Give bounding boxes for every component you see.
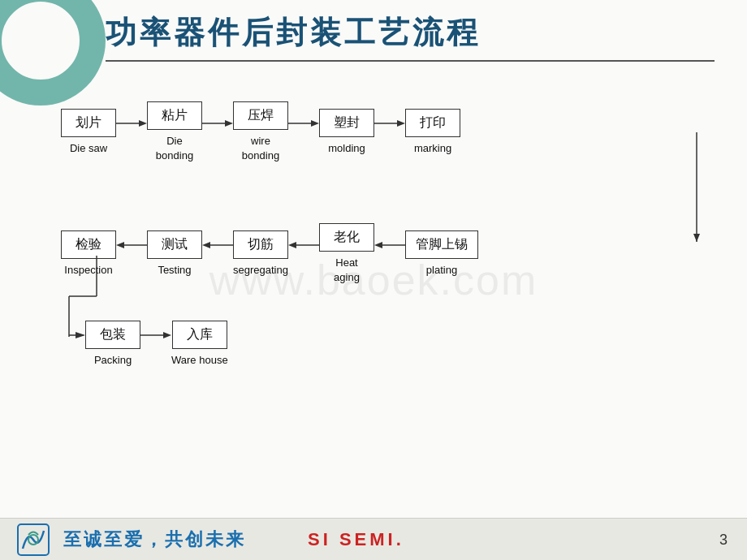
row2: 检验 Inspection 测试 Testing 切筋 segregat — [61, 223, 478, 285]
box-wire-bonding: 压焊 wirebonding — [233, 101, 288, 163]
box-die-bonding-chinese: 粘片 — [147, 101, 202, 130]
svg-marker-7 — [397, 120, 405, 127]
flow-container: 划片 Die saw 粘片 Diebonding 压焊 wirebond — [45, 93, 731, 402]
arrow-1 — [116, 116, 147, 131]
row3: 包装 Packing 入库 Ware house — [69, 321, 228, 368]
arrow-8 — [374, 238, 405, 252]
footer-brand: SI SEMI. — [308, 529, 404, 550]
svg-marker-3 — [225, 120, 233, 127]
box-molding-chinese: 塑封 — [319, 109, 374, 137]
box-plating: 管脚上锡 plating — [405, 230, 478, 278]
box-die-saw: 划片 Die saw — [61, 109, 116, 156]
left-bracket — [69, 328, 85, 342]
svg-marker-9 — [693, 234, 700, 242]
box-packing-english: Packing — [94, 353, 132, 368]
slide: 功率器件后封装工艺流程 www.baoek.com 划片 Die saw 粘片 … — [0, 0, 747, 560]
box-testing-chinese: 测试 — [147, 230, 202, 259]
box-warehouse-english: Ware house — [171, 353, 228, 368]
arrow-9 — [140, 328, 171, 342]
box-inspection-chinese: 检验 — [61, 230, 116, 259]
box-segregating-english: segregating — [233, 263, 288, 278]
box-die-saw-chinese: 划片 — [61, 109, 116, 137]
svg-marker-11 — [116, 242, 124, 248]
box-testing: 测试 Testing — [147, 230, 202, 278]
footer-slogan: 至诚至爱，共创未来 — [63, 528, 246, 552]
box-segregating-chinese: 切筋 — [233, 230, 288, 259]
footer-logo — [16, 523, 50, 557]
arrow-7 — [288, 238, 319, 252]
box-plating-chinese: 管脚上锡 — [405, 230, 478, 259]
box-segregating: 切筋 segregating — [233, 230, 288, 278]
box-plating-english: plating — [426, 263, 457, 278]
box-molding: 塑封 molding — [319, 109, 374, 156]
box-die-bonding: 粘片 Diebonding — [147, 101, 202, 163]
arrow-4 — [374, 116, 405, 131]
title-divider — [106, 60, 715, 62]
box-marking-english: marking — [414, 141, 451, 156]
vert-connector-right — [689, 132, 705, 242]
main-title: 功率器件后封装工艺流程 — [106, 15, 715, 52]
box-wire-bonding-english: wirebonding — [242, 134, 279, 163]
svg-marker-22 — [76, 332, 85, 338]
arrow-2 — [202, 116, 233, 131]
box-heat-aging-english: Heataging — [334, 256, 360, 285]
row1: 划片 Die saw 粘片 Diebonding 压焊 wirebond — [61, 101, 460, 163]
box-molding-english: molding — [328, 141, 365, 156]
box-marking: 打印 marking — [405, 109, 460, 156]
title-area: 功率器件后封装工艺流程 — [106, 15, 715, 62]
box-packing-chinese: 包装 — [85, 321, 140, 349]
box-die-bonding-english: Diebonding — [156, 134, 193, 163]
svg-marker-15 — [288, 242, 296, 248]
arrow-6 — [202, 238, 233, 252]
box-heat-aging-chinese: 老化 — [319, 223, 374, 252]
box-wire-bonding-chinese: 压焊 — [233, 101, 288, 130]
svg-marker-24 — [163, 332, 171, 338]
svg-marker-5 — [311, 120, 319, 127]
box-marking-chinese: 打印 — [405, 109, 460, 137]
box-testing-english: Testing — [158, 263, 191, 278]
arrow-3 — [288, 116, 319, 131]
box-warehouse-chinese: 入库 — [172, 321, 227, 349]
box-warehouse: 入库 Ware house — [171, 321, 228, 368]
svg-marker-13 — [202, 242, 210, 248]
svg-marker-1 — [139, 120, 147, 127]
box-die-saw-english: Die saw — [70, 141, 107, 156]
box-heat-aging: 老化 Heataging — [319, 223, 374, 285]
box-packing: 包装 Packing — [85, 321, 140, 368]
arrow-5 — [116, 238, 147, 252]
page-number: 3 — [719, 532, 728, 549]
svg-marker-17 — [374, 242, 382, 248]
deco-arc — [0, 0, 106, 106]
footer: 至诚至爱，共创未来 SI SEMI. — [0, 518, 747, 560]
